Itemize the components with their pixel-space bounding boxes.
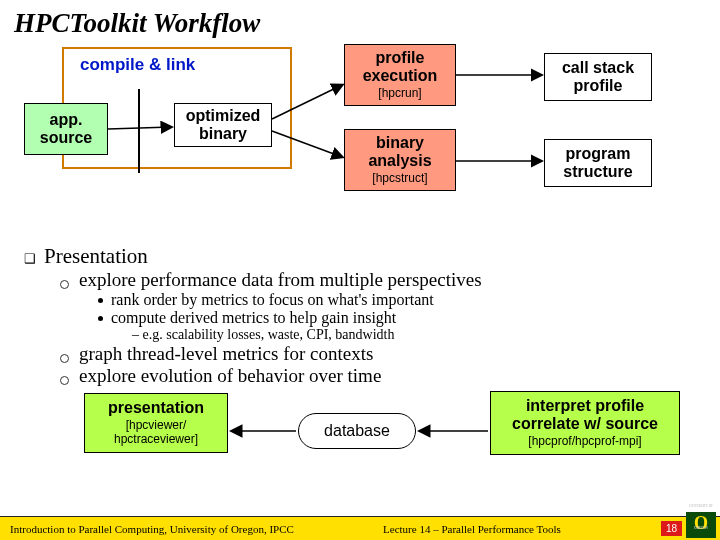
binary-analysis-box: binary analysis [hpcstruct] (344, 129, 456, 191)
interpret-line1: interpret profile (526, 397, 644, 415)
circle-bullet-icon (60, 280, 69, 289)
call-stack-profile-box: call stack profile (544, 53, 652, 101)
binary-analysis-label: binary analysis (345, 134, 455, 171)
compile-link-label: compile & link (80, 55, 195, 75)
presentation-box: presentation [hpcviewer/ hpctraceviewer] (84, 393, 228, 453)
bullet-graph: graph thread-level metrics for contexts (24, 343, 698, 365)
profile-execution-box: profile execution [hpcrun] (344, 44, 456, 106)
svg-line-0 (108, 127, 171, 129)
footer-mid-text: Lecture 14 – Parallel Performance Tools (383, 523, 561, 535)
connector-line (138, 89, 140, 173)
bullet-rank: rank order by metrics to focus on what's… (24, 291, 698, 309)
circle-bullet-icon (60, 354, 69, 363)
interpret-line2: correlate w/ source (512, 415, 658, 433)
bullet-explore: explore performance data from multiple p… (24, 269, 698, 291)
page-number-badge: 18 (661, 521, 682, 536)
hpcstruct-label: [hpcstruct] (372, 172, 427, 186)
optimized-binary-box: optimized binary (174, 103, 272, 147)
database-node: database (298, 413, 416, 449)
profile-execution-label: profile execution (345, 49, 455, 86)
presentation-label: presentation (108, 399, 204, 417)
dot-bullet-icon (98, 316, 103, 321)
footer-bar: Introduction to Parallel Computing, Univ… (0, 516, 720, 540)
dot-bullet-icon (98, 298, 103, 303)
interpret-box: interpret profile correlate w/ source [h… (490, 391, 680, 455)
presentation-heading: Presentation (44, 244, 148, 269)
bullet-content: ❑ Presentation explore performance data … (0, 244, 720, 387)
hpcprof-label: [hpcprof/hpcprof-mpi] (528, 435, 641, 449)
footer-left-text: Introduction to Parallel Computing, Univ… (10, 523, 294, 535)
oregon-logo: O (686, 512, 716, 538)
svg-line-1 (272, 85, 342, 119)
app-source-box: app. source (24, 103, 108, 155)
hpcrun-label: [hpcrun] (378, 87, 421, 101)
square-bullet-icon: ❑ (24, 251, 36, 266)
slide-title: HPCToolkit Workflow (0, 0, 720, 39)
program-structure-box: program structure (544, 139, 652, 187)
bullet-eg: – e.g. scalability losses, waste, CPI, b… (24, 327, 698, 343)
workflow-top-diagram: compile & link app. source optimized bin… (0, 39, 720, 244)
presentation-heading-row: ❑ Presentation (24, 244, 698, 269)
circle-bullet-icon (60, 376, 69, 385)
workflow-bottom-diagram: presentation [hpcviewer/ hpctraceviewer]… (0, 387, 720, 479)
hpcviewer-label: [hpcviewer/ hpctraceviewer] (85, 419, 227, 447)
bullet-derived: compute derived metrics to help gain ins… (24, 309, 698, 327)
svg-line-2 (272, 131, 342, 157)
bullet-evolution: explore evolution of behavior over time (24, 365, 698, 387)
